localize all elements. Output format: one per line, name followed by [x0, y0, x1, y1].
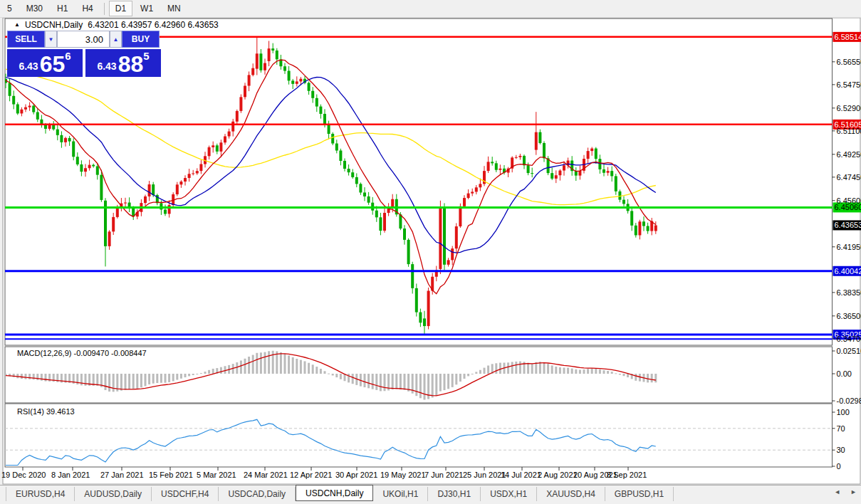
svg-text:8 Sep 2021: 8 Sep 2021: [607, 471, 647, 479]
svg-text:8 Jan 2021: 8 Jan 2021: [51, 471, 90, 479]
svg-text:0.00: 0.00: [837, 369, 852, 378]
sell-price-big: 65: [40, 53, 66, 75]
svg-text:70: 70: [837, 424, 845, 433]
chart-tab-usdchf-h4[interactable]: USDCHF,H4: [152, 487, 219, 501]
timeframe-button-mn[interactable]: MN: [161, 1, 187, 16]
tab-scroll-right-icon[interactable]: ►: [850, 488, 857, 495]
chart-tab-usdcad-daily[interactable]: USDCAD,Daily: [219, 487, 296, 501]
svg-text:6.52900: 6.52900: [837, 104, 861, 112]
spinner-up-icon: ▲: [113, 36, 119, 43]
buy-price-sup: 5: [143, 50, 149, 62]
svg-text:30 Apr 2021: 30 Apr 2021: [335, 471, 377, 479]
chart-symbol-label: USDCNH,Daily: [25, 20, 83, 30]
svg-text:6.45600: 6.45600: [837, 196, 861, 205]
svg-text:0: 0: [837, 462, 841, 471]
svg-text:6.51100: 6.51100: [837, 127, 861, 135]
chart-tab-usdcnh-daily[interactable]: USDCNH,Daily: [296, 485, 373, 501]
svg-text:30: 30: [837, 446, 845, 454]
svg-text:27 Jan 2021: 27 Jan 2021: [100, 471, 144, 479]
svg-text:6.36500: 6.36500: [837, 312, 861, 320]
chart-tab-dj30-h1[interactable]: DJ30,H1: [428, 487, 481, 501]
volume-decrease-button[interactable]: ▼: [45, 31, 57, 48]
collapse-triangle-icon[interactable]: ▲: [14, 22, 20, 28]
svg-text:6.38350: 6.38350: [837, 288, 861, 297]
svg-text:6.58514: 6.58514: [835, 33, 861, 41]
svg-text:12 Apr 2021: 12 Apr 2021: [290, 471, 332, 479]
chart-tab-xauusd-h4[interactable]: XAUUSD,H4: [537, 487, 605, 501]
volume-increase-button[interactable]: ▲: [110, 31, 122, 48]
one-click-trade-panel: SELL ▼ ▲ BUY 6.43 65 6 6.43 88 5: [7, 31, 161, 77]
tab-scroll-left-icon[interactable]: ◄: [834, 488, 840, 495]
rsi-indicator-label: RSI(14) 39.4613: [17, 407, 75, 416]
chart-tab-gbpusd-h1[interactable]: GBPUSD,H1: [605, 487, 674, 501]
buy-price-prefix: 6.43: [97, 61, 116, 72]
sell-button[interactable]: SELL: [7, 31, 45, 48]
timeframe-button-m30[interactable]: M30: [20, 1, 49, 16]
svg-text:6.56550: 6.56550: [837, 58, 861, 66]
chart-tab-eurusd-h4[interactable]: EURUSD,H4: [6, 487, 75, 501]
timeframe-toolbar: 5M30H1H4D1W1MN: [0, 0, 861, 18]
svg-text:5 Mar 2021: 5 Mar 2021: [197, 471, 236, 479]
svg-text:25 Jun 2021: 25 Jun 2021: [463, 471, 506, 479]
svg-text:6.43653: 6.43653: [835, 221, 861, 229]
chart-tab-bar: EURUSD,H4AUDUSD,DailyUSDCHF,H4USDCAD,Dai…: [0, 485, 861, 502]
svg-text:100: 100: [837, 408, 850, 416]
chart-tab-usdx-h1[interactable]: USDX,H1: [481, 487, 537, 501]
buy-price-big: 88: [118, 53, 144, 75]
svg-text:6.49250: 6.49250: [837, 150, 861, 159]
buy-button[interactable]: BUY: [122, 31, 160, 48]
svg-text:14 Jul 2021: 14 Jul 2021: [501, 471, 541, 479]
svg-text:6.54750: 6.54750: [837, 80, 861, 89]
tab-scroll-controls: ◄►: [834, 488, 857, 495]
toolbar-separator: [104, 3, 105, 15]
svg-text:19 Dec 2020: 19 Dec 2020: [1, 471, 46, 479]
chart-tab-audusd-daily[interactable]: AUDUSD,Daily: [75, 487, 152, 501]
timeframe-button-w1[interactable]: W1: [134, 1, 160, 16]
chart-ohlc-values: 6.43201 6.43957 6.42960 6.43653: [88, 20, 219, 30]
timeframe-button-h4[interactable]: H4: [75, 1, 99, 16]
spinner-down-icon: ▼: [48, 36, 54, 43]
svg-text:6.40042: 6.40042: [835, 267, 861, 275]
timeframe-button-5[interactable]: 5: [1, 1, 19, 16]
chart-tab-ukoil-h1[interactable]: UKOil,H1: [373, 487, 428, 501]
svg-text:0.025108: 0.025108: [837, 347, 861, 355]
svg-text:6.47450: 6.47450: [837, 173, 861, 182]
svg-text:15 Feb 2021: 15 Feb 2021: [149, 471, 193, 479]
macd-indicator-label: MACD(12,26,9) -0.009470 -0.008447: [17, 349, 147, 357]
timeframe-button-h1[interactable]: H1: [51, 1, 74, 16]
buy-price-box[interactable]: 6.43 88 5: [85, 49, 161, 77]
sell-price-box[interactable]: 6.43 65 6: [7, 49, 83, 77]
svg-text:19 May 2021: 19 May 2021: [380, 471, 426, 479]
sell-price-sup: 6: [65, 50, 71, 62]
svg-text:24 Mar 2021: 24 Mar 2021: [244, 471, 288, 479]
svg-text:7 Jun 2021: 7 Jun 2021: [424, 471, 463, 479]
timeframe-button-d1[interactable]: D1: [109, 1, 132, 16]
svg-text:6.41950: 6.41950: [837, 243, 861, 251]
svg-text:6.34700: 6.34700: [837, 335, 861, 343]
volume-input[interactable]: [57, 31, 110, 48]
svg-text:-0.029883: -0.029883: [837, 397, 861, 405]
sell-price-prefix: 6.43: [19, 61, 38, 72]
chart-title: ▲ USDCNH,Daily 6.43201 6.43957 6.42960 6…: [14, 20, 219, 30]
trading-platform-window: 6.585146.516056.450606.400426.350256.565…: [0, 0, 861, 504]
svg-text:2 Aug 2021: 2 Aug 2021: [538, 471, 578, 479]
